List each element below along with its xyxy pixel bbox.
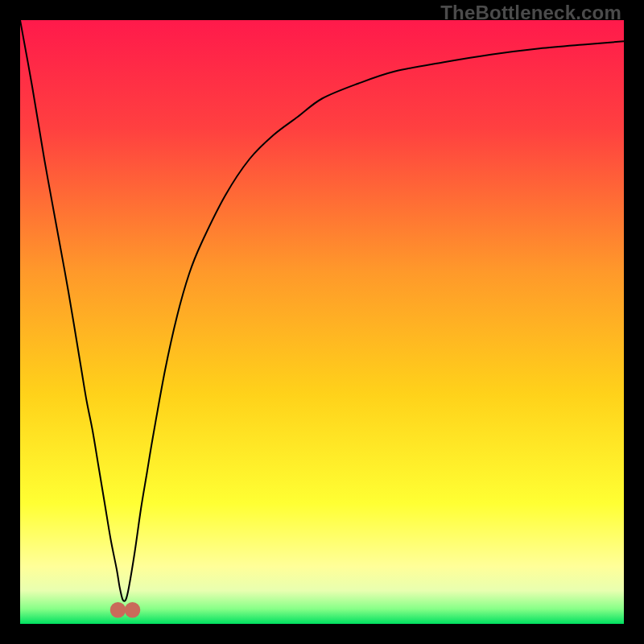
marker-min-right [125,602,141,618]
chart-background [20,20,624,624]
chart-frame [20,20,624,624]
chart-svg [20,20,624,624]
watermark-text: TheBottleneck.com [440,2,621,24]
marker-min-left [110,602,126,618]
